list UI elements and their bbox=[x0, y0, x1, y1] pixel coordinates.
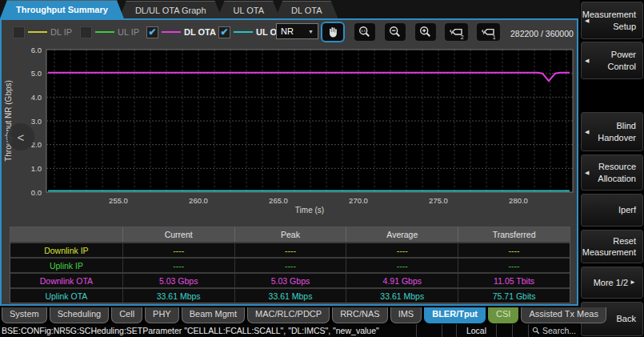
x-axis-title: Time (s) bbox=[295, 206, 324, 215]
x-tick-label: 260.0 bbox=[189, 196, 208, 205]
technology-dropdown[interactable]: NR ▼ bbox=[276, 23, 318, 39]
x-tick-label: 270.0 bbox=[349, 196, 368, 205]
power-control-button[interactable]: ◀Power Control bbox=[581, 42, 643, 79]
x-tick-label: 275.0 bbox=[429, 196, 448, 205]
chevron-down-icon: ▼ bbox=[308, 29, 314, 34]
table-value-cell: 33.61 Mbps bbox=[346, 289, 458, 303]
tab-dlul-ota-graph[interactable]: DL/UL OTA Graph bbox=[119, 1, 222, 18]
chevron-left-icon: < bbox=[18, 130, 25, 144]
bottom-tab-phy[interactable]: PHY bbox=[145, 307, 179, 323]
left-arrow-icon: ◀ bbox=[585, 57, 589, 64]
table-value-cell: ---- bbox=[122, 243, 234, 257]
collapse-panel-handle[interactable]: < bbox=[7, 123, 34, 150]
reset-measurement-button[interactable]: Reset Measurement bbox=[581, 230, 643, 263]
table-row: Uplink OTA33.61 Mbps33.61 Mbps33.61 Mbps… bbox=[10, 289, 570, 303]
x-tick-label: 280.0 bbox=[509, 196, 528, 205]
status-cell bbox=[416, 324, 442, 337]
table-row: Downlink OTA5.03 Gbps5.03 Gbps4.91 Gbps1… bbox=[10, 274, 570, 287]
iperf-button[interactable]: Iperf bbox=[581, 194, 643, 227]
tab-throughput-summary[interactable]: Throughput Summary bbox=[0, 0, 124, 18]
tab-ul-ota[interactable]: UL OTA bbox=[218, 1, 281, 18]
table-value-cell: ---- bbox=[234, 259, 346, 272]
dl-ota-checkbox[interactable]: ✔ bbox=[146, 26, 158, 38]
softkey-label: Reset Measurement bbox=[582, 235, 636, 259]
x-tick-label: 265.0 bbox=[269, 196, 288, 205]
resource-allocation-button[interactable]: ◀Resource Allocation bbox=[581, 154, 643, 191]
bottom-tab-ims[interactable]: IMS bbox=[390, 307, 422, 323]
ul-ip-line-swatch bbox=[95, 31, 114, 33]
table-value-cell: 5.03 Gbps bbox=[234, 274, 346, 287]
bottom-tab-scheduling[interactable]: Scheduling bbox=[50, 307, 109, 323]
throughput-table: CurrentPeakAverageTransferredDownlink IP… bbox=[10, 227, 570, 303]
ul-ip-checkbox[interactable] bbox=[80, 26, 92, 38]
bottom-tab-rrc-nas[interactable]: RRC/NAS bbox=[332, 307, 388, 323]
zoom-1to1-icon: 1:1 bbox=[358, 25, 372, 39]
sample-counter: 282200 / 360000 bbox=[510, 29, 574, 38]
marker-1-button[interactable]: 1 bbox=[475, 22, 502, 42]
bottom-tabbar: SystemSchedulingCellPHYBeam MgmtMAC/RLC/… bbox=[2, 307, 606, 323]
right-arrow-icon: ► bbox=[630, 279, 636, 287]
table-row-label: Downlink OTA bbox=[10, 274, 122, 287]
zoom-one-to-one-button[interactable]: 1:1 bbox=[353, 22, 377, 42]
table-header-cell: Transferred bbox=[458, 227, 570, 242]
dl-ip-checkbox[interactable] bbox=[13, 26, 25, 38]
table-header-cell: Peak bbox=[234, 227, 346, 242]
table-header-row: CurrentPeakAverageTransferred bbox=[10, 227, 570, 242]
dl-ip-line-swatch bbox=[28, 31, 47, 33]
y-tick-label: 5.0 bbox=[31, 69, 42, 78]
table-value-cell: 4.91 Gbps bbox=[346, 274, 458, 287]
dl-ota-label: DL OTA bbox=[184, 27, 216, 37]
blind-handover-button[interactable]: ◀Blind Handover bbox=[581, 112, 643, 151]
search-placeholder: Search... bbox=[542, 326, 576, 335]
softkey-label: Power Control bbox=[591, 49, 636, 72]
x-tick-label: 255.0 bbox=[109, 196, 128, 205]
bottom-tab-cell[interactable]: Cell bbox=[111, 307, 142, 323]
status-bar: BSE:CONFig:NR5G:SCHeduling:SETParameter … bbox=[0, 324, 579, 337]
top-tabbar: Throughput Summary DL/UL OTA Graph UL OT… bbox=[0, 0, 334, 18]
ul-ota-checkbox[interactable]: ✔ bbox=[218, 26, 230, 38]
pan-tool-button[interactable] bbox=[321, 22, 345, 42]
y-tick-label: 6.0 bbox=[31, 46, 42, 54]
dl-ota-line-swatch bbox=[162, 31, 181, 33]
search-icon bbox=[532, 327, 540, 335]
technology-dropdown-value: NR bbox=[281, 26, 294, 36]
check-icon: ✔ bbox=[148, 27, 156, 37]
bottom-tab-csi[interactable]: CSI bbox=[488, 307, 518, 323]
y-tick-label: 0.0 bbox=[31, 188, 42, 197]
bottom-tab-beam-mgmt[interactable]: Beam Mgmt bbox=[182, 307, 245, 323]
bottom-tab-mac-rlc-pdcp[interactable]: MAC/RLC/PDCP bbox=[247, 307, 330, 323]
search-input[interactable]: Search... bbox=[528, 324, 579, 337]
table-value-cell: ---- bbox=[346, 259, 458, 272]
table-row-label: Uplink IP bbox=[10, 259, 122, 272]
y-axis-title: Throughput NR (Gbps) bbox=[4, 80, 13, 162]
measurement-setup-button[interactable]: ◀Measurement Setup bbox=[581, 2, 643, 39]
softkey-label: Back bbox=[617, 313, 636, 324]
bottom-tab-assisted-tx-meas[interactable]: Assisted Tx Meas bbox=[521, 307, 606, 323]
zoom-in-button[interactable] bbox=[414, 22, 438, 42]
table-value-cell: 5.03 Gbps bbox=[122, 274, 234, 287]
table-value-cell: 11.05 Tbits bbox=[458, 274, 570, 287]
more-button[interactable]: More 1/2► bbox=[581, 267, 643, 299]
softkey-label: Blind Handover bbox=[591, 120, 636, 143]
tab-dl-ota[interactable]: DL OTA bbox=[275, 1, 338, 18]
marker-2-button[interactable]: 2 bbox=[443, 22, 470, 42]
softkey-label: Measurement Setup bbox=[582, 9, 636, 32]
svg-text:2: 2 bbox=[460, 34, 463, 40]
table-value-cell: ---- bbox=[122, 259, 234, 272]
table-value-cell: 33.61 Mbps bbox=[122, 289, 234, 303]
table-value-cell: ---- bbox=[458, 243, 570, 257]
bottom-tab-bler-tput[interactable]: BLER/Tput bbox=[424, 307, 486, 323]
throughput-chart[interactable]: 0.01.02.03.04.05.06.0255.0260.0265.0270.… bbox=[2, 44, 577, 227]
marker-2-icon: 2 bbox=[449, 24, 465, 40]
legend-dl-ota: ✔ DL OTA bbox=[146, 25, 216, 39]
table-value-cell: ---- bbox=[234, 243, 346, 257]
status-cell bbox=[442, 324, 456, 337]
check-icon: ✔ bbox=[220, 27, 228, 37]
table-row-label: Downlink IP bbox=[10, 243, 122, 257]
bottom-tab-system[interactable]: System bbox=[2, 307, 47, 323]
hand-icon bbox=[326, 25, 340, 39]
local-remote-indicator[interactable]: Local bbox=[456, 324, 496, 337]
zoom-out-icon bbox=[388, 25, 402, 39]
zoom-out-button[interactable] bbox=[383, 22, 407, 42]
svg-text:1: 1 bbox=[492, 34, 495, 40]
